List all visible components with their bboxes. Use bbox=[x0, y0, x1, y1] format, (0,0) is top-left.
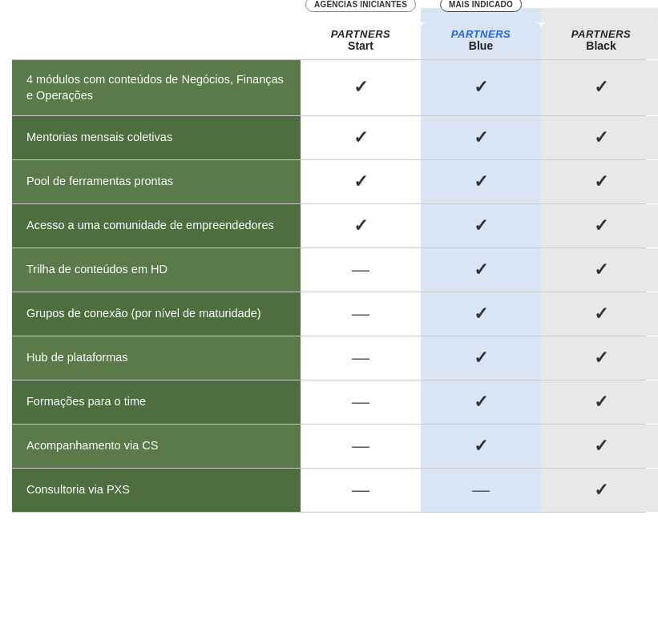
black-column-header: PARTNERS Black bbox=[541, 22, 658, 59]
start-logo: PARTNERS Start bbox=[331, 29, 390, 51]
check-icon: ✓ bbox=[594, 260, 608, 280]
check-icon: ✓ bbox=[594, 171, 608, 192]
check-icon: ✓ bbox=[594, 77, 608, 98]
blue-check-cell: ✓ bbox=[421, 425, 541, 468]
table-row: Formações para o time—✓✓ bbox=[12, 380, 646, 424]
check-icon: ✓ bbox=[474, 260, 488, 280]
start-sub: Start bbox=[348, 40, 373, 51]
black-check-cell: ✓ bbox=[541, 425, 658, 468]
blue-check-cell: ✓ bbox=[421, 336, 541, 380]
feature-cell: Mentorias mensais coletivas bbox=[12, 116, 301, 159]
black-check-cell: ✓ bbox=[541, 336, 658, 380]
start-check-cell: ✓ bbox=[301, 204, 421, 248]
check-icon: ✓ bbox=[474, 215, 488, 236]
badge-spacer: AGÊNCIAS INICIANTES MAIS INDICADO bbox=[12, 8, 646, 22]
blue-badge: MAIS INDICADO bbox=[440, 0, 522, 12]
start-check-cell: — bbox=[301, 380, 421, 424]
check-icon: ✓ bbox=[474, 392, 488, 413]
table-row: Acompanhamento via CS—✓✓ bbox=[12, 424, 646, 468]
dash-icon: — bbox=[472, 480, 490, 501]
blue-check-cell: ✓ bbox=[421, 248, 541, 292]
start-check-cell: — bbox=[301, 425, 421, 468]
dash-icon: — bbox=[352, 260, 369, 280]
header-row: PARTNERS Start PARTNERS Blue PARTNERS Bl… bbox=[12, 22, 646, 59]
feature-rows: 4 módulos com conteúdos de Negócios, Fin… bbox=[12, 59, 646, 513]
black-check-cell: ✓ bbox=[541, 469, 658, 512]
blue-sub: Blue bbox=[469, 40, 493, 51]
black-sub: Black bbox=[586, 40, 616, 51]
check-icon: ✓ bbox=[474, 127, 488, 148]
table-row: Consultoria via PXS——✓ bbox=[12, 468, 646, 513]
black-check-cell: ✓ bbox=[541, 60, 658, 115]
check-icon: ✓ bbox=[474, 304, 488, 324]
black-check-cell: ✓ bbox=[541, 380, 658, 424]
start-check-cell: ✓ bbox=[301, 116, 421, 159]
dash-icon: — bbox=[352, 348, 369, 368]
check-icon: ✓ bbox=[353, 171, 368, 192]
table-row: Trilha de conteúdos em HD—✓✓ bbox=[12, 248, 646, 292]
feature-cell: 4 módulos com conteúdos de Negócios, Fin… bbox=[12, 60, 301, 115]
start-check-cell: — bbox=[301, 469, 421, 512]
check-icon: ✓ bbox=[594, 480, 608, 501]
table-row: Hub de plataformas—✓✓ bbox=[12, 336, 646, 380]
feature-cell: Acesso a uma comunidade de empreendedore… bbox=[12, 204, 301, 248]
feature-cell: Grupos de conexão (por nível de maturida… bbox=[12, 292, 301, 336]
blue-check-cell: ✓ bbox=[421, 204, 541, 248]
blue-brand: PARTNERS bbox=[451, 29, 511, 39]
start-check-cell: — bbox=[301, 248, 421, 292]
blue-logo: PARTNERS Blue bbox=[451, 29, 511, 51]
check-icon: ✓ bbox=[594, 127, 608, 148]
header-empty-cell bbox=[12, 22, 301, 59]
start-column-header: PARTNERS Start bbox=[301, 22, 421, 59]
dash-icon: — bbox=[352, 480, 369, 501]
check-icon: ✓ bbox=[474, 436, 488, 457]
start-check-cell: — bbox=[301, 292, 421, 336]
black-logo: PARTNERS Black bbox=[571, 29, 631, 51]
dash-icon: — bbox=[352, 436, 369, 457]
start-check-cell: ✓ bbox=[301, 60, 421, 115]
check-icon: ✓ bbox=[353, 127, 368, 148]
dash-icon: — bbox=[352, 392, 369, 413]
black-check-cell: ✓ bbox=[541, 292, 658, 336]
check-icon: ✓ bbox=[594, 304, 608, 324]
feature-cell: Consultoria via PXS bbox=[12, 469, 301, 512]
table-row: 4 módulos com conteúdos de Negócios, Fin… bbox=[12, 59, 646, 115]
blue-check-cell: ✓ bbox=[421, 160, 541, 203]
check-icon: ✓ bbox=[594, 215, 608, 236]
blue-column-header: PARTNERS Blue bbox=[421, 22, 541, 59]
check-icon: ✓ bbox=[474, 348, 488, 368]
table-row: Acesso a uma comunidade de empreendedore… bbox=[12, 203, 646, 248]
black-check-cell: ✓ bbox=[541, 160, 658, 203]
check-icon: ✓ bbox=[353, 215, 368, 236]
blue-check-cell: ✓ bbox=[421, 292, 541, 336]
table-row: Grupos de conexão (por nível de maturida… bbox=[12, 292, 646, 336]
blue-check-cell: ✓ bbox=[421, 116, 541, 159]
table-row: Pool de ferramentas prontas✓✓✓ bbox=[12, 159, 646, 203]
blue-check-cell: ✓ bbox=[421, 380, 541, 424]
start-check-cell: ✓ bbox=[301, 160, 421, 203]
start-brand: PARTNERS bbox=[331, 29, 390, 39]
blue-check-cell: — bbox=[421, 469, 541, 512]
feature-cell: Acompanhamento via CS bbox=[12, 425, 301, 468]
feature-cell: Trilha de conteúdos em HD bbox=[12, 248, 301, 292]
feature-cell: Hub de plataformas bbox=[12, 336, 301, 380]
black-brand: PARTNERS bbox=[571, 29, 631, 39]
check-icon: ✓ bbox=[474, 77, 488, 98]
start-badge: AGÊNCIAS INICIANTES bbox=[305, 0, 416, 12]
black-check-cell: ✓ bbox=[541, 248, 658, 292]
check-icon: ✓ bbox=[474, 171, 488, 192]
check-icon: ✓ bbox=[594, 348, 608, 368]
start-check-cell: — bbox=[301, 336, 421, 380]
dash-icon: — bbox=[352, 304, 369, 324]
blue-check-cell: ✓ bbox=[421, 60, 541, 115]
black-check-cell: ✓ bbox=[541, 204, 658, 248]
feature-cell: Pool de ferramentas prontas bbox=[12, 160, 301, 203]
check-icon: ✓ bbox=[594, 436, 608, 457]
feature-cell: Formações para o time bbox=[12, 380, 301, 424]
check-icon: ✓ bbox=[353, 77, 368, 98]
check-icon: ✓ bbox=[594, 392, 608, 413]
black-check-cell: ✓ bbox=[541, 116, 658, 159]
table-row: Mentorias mensais coletivas✓✓✓ bbox=[12, 115, 646, 159]
comparison-table: AGÊNCIAS INICIANTES MAIS INDICADO PARTNE… bbox=[0, 0, 658, 525]
